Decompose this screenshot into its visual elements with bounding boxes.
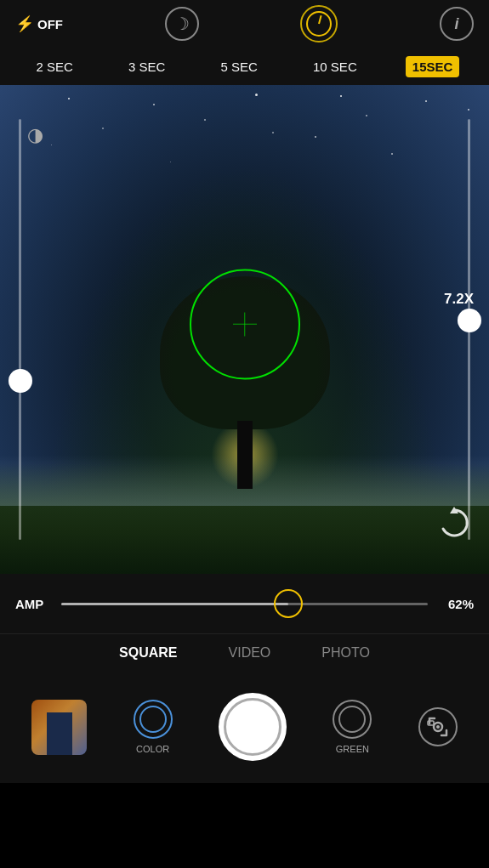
amp-slider[interactable] [61, 603, 428, 605]
green-inner-ring [338, 706, 366, 733]
rotate-button[interactable] [436, 505, 472, 548]
top-bar: ⚡ OFF ☽ i [0, 0, 489, 48]
timer-button[interactable] [300, 5, 338, 43]
shutter-inner [224, 698, 281, 756]
amp-slider-thumb[interactable] [274, 589, 303, 618]
flash-icon: ⚡ [15, 14, 34, 33]
shutter-button[interactable] [219, 693, 287, 761]
focus-reticle [233, 312, 257, 336]
green-circle-icon [333, 700, 372, 739]
moon-button[interactable]: ☽ [165, 7, 199, 41]
exposure-slider-left[interactable]: ◑ [19, 119, 21, 540]
timer-15sec[interactable]: 15SEC [406, 56, 460, 77]
flash-label: OFF [37, 17, 63, 31]
color-inner-ring [139, 706, 167, 733]
timer-5sec[interactable]: 5 SEC [214, 56, 264, 77]
exposure-icon-left: ◑ [27, 124, 51, 148]
green-filter-button[interactable]: GREEN [333, 700, 372, 754]
timer-2sec[interactable]: 2 SEC [30, 56, 80, 77]
last-photo-thumbnail[interactable] [31, 700, 87, 755]
color-filter-button[interactable]: COLOR [134, 700, 173, 754]
amp-label: AMP [15, 597, 53, 611]
mode-selector: SQUARE VIDEO PHOTO [0, 633, 489, 671]
color-label: COLOR [136, 744, 169, 754]
focus-circle[interactable] [190, 269, 300, 379]
viewfinder[interactable]: 7.2X ◑ [0, 85, 489, 574]
thumbnail-building [47, 712, 72, 755]
amp-slider-fill [61, 603, 288, 605]
timer-icon [306, 11, 332, 37]
flip-camera-svg [426, 717, 450, 737]
flash-button[interactable]: ⚡ OFF [15, 14, 63, 33]
timer-10sec[interactable]: 10 SEC [306, 56, 364, 77]
mode-photo[interactable]: PHOTO [296, 638, 395, 667]
camera-flip-icon [418, 707, 458, 746]
bottom-bar: COLOR GREEN [0, 671, 489, 783]
color-circle-icon [134, 700, 173, 739]
camera-flip-button[interactable] [418, 707, 458, 746]
mode-square[interactable]: SQUARE [94, 638, 202, 667]
svg-point-2 [436, 725, 440, 729]
exposure-thumb-left[interactable] [9, 369, 32, 393]
focus-slider-right[interactable] [468, 119, 470, 540]
timer-3sec[interactable]: 3 SEC [122, 56, 172, 77]
thumbnail-button[interactable] [31, 700, 87, 755]
tree-trunk [237, 421, 253, 489]
mode-video[interactable]: VIDEO [203, 638, 297, 667]
info-icon: i [454, 15, 458, 33]
info-button[interactable]: i [440, 7, 474, 41]
rotate-icon [436, 505, 472, 541]
amp-percent: 62% [436, 597, 474, 611]
amp-area: AMP 62% [0, 574, 489, 633]
green-label: GREEN [336, 744, 369, 754]
timer-selector: 2 SEC 3 SEC 5 SEC 10 SEC 15SEC [0, 48, 489, 85]
moon-icon: ☽ [174, 14, 190, 34]
focus-thumb-right[interactable] [458, 309, 481, 332]
